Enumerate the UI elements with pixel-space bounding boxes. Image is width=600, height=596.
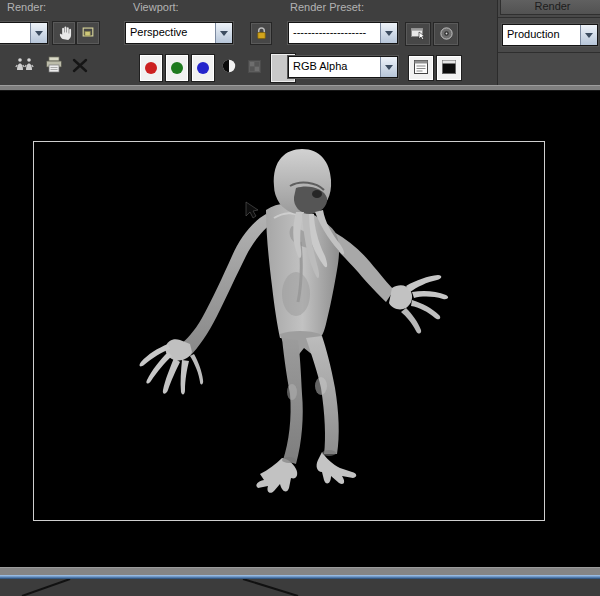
- creature-right-arm: [328, 232, 448, 334]
- area-to-render-value: [0, 23, 30, 43]
- region-window-icon: [81, 25, 95, 41]
- render-button[interactable]: Render: [500, 0, 600, 15]
- clone-figures-icon: [15, 56, 35, 76]
- background-diagonal-lines: [0, 579, 600, 596]
- toggle-ui-button[interactable]: [408, 55, 434, 81]
- clear-button[interactable]: [70, 56, 90, 76]
- creature-left-arm: [140, 214, 274, 394]
- render-frame: [33, 141, 545, 521]
- clone-button[interactable]: [14, 56, 36, 76]
- render-viewport: [0, 91, 600, 567]
- area-to-render-dropdown[interactable]: [0, 22, 48, 44]
- chevron-down-icon[interactable]: [215, 23, 232, 43]
- render-setup-button[interactable]: [405, 22, 431, 46]
- viewport-label: Viewport:: [133, 1, 179, 13]
- pan-button[interactable]: [52, 21, 76, 45]
- render-preset-value: --------------------: [289, 23, 380, 43]
- creature-legs: [256, 336, 356, 493]
- channel-display-value: RGB Alpha: [289, 57, 380, 77]
- lock-viewport-button[interactable]: [250, 22, 272, 45]
- alpha-checker-icon: [248, 60, 261, 75]
- alpha-toggle[interactable]: [247, 60, 261, 74]
- blue-channel-icon: [197, 62, 209, 74]
- render-area-label: Render:: [7, 1, 46, 13]
- render-preset-dropdown[interactable]: --------------------: [288, 22, 398, 44]
- x-clear-icon: [71, 56, 89, 76]
- chevron-down-icon[interactable]: [30, 23, 47, 43]
- cursor-arrow-icon: [246, 202, 258, 218]
- rendered-frame-window: { "toolbar": { "render_label": "Render:"…: [0, 0, 600, 596]
- channel-display-dropdown[interactable]: RGB Alpha: [288, 56, 398, 78]
- render-preset-label: Render Preset:: [290, 1, 364, 13]
- printer-icon: [44, 55, 65, 77]
- red-channel-button[interactable]: [139, 54, 163, 82]
- viewport-dropdown[interactable]: Perspective: [125, 22, 233, 44]
- production-value: Production: [503, 25, 580, 45]
- half-circle-icon: [221, 58, 237, 76]
- green-channel-icon: [171, 62, 183, 74]
- chevron-down-icon[interactable]: [380, 23, 397, 43]
- frame-window-button[interactable]: [436, 55, 462, 81]
- edit-region-button[interactable]: [76, 21, 100, 45]
- chevron-down-icon[interactable]: [380, 57, 397, 77]
- divider: [498, 17, 600, 18]
- render-control-panel: Render Production: [497, 0, 600, 86]
- dark-window-icon: [441, 59, 457, 77]
- chevron-down-icon[interactable]: [580, 25, 597, 45]
- viewport-value: Perspective: [126, 23, 215, 43]
- window-lines-icon: [413, 59, 429, 77]
- production-preset-dropdown[interactable]: Production: [502, 24, 598, 46]
- render-setup-icon: [410, 26, 426, 43]
- monochrome-toggle[interactable]: [220, 58, 238, 76]
- render-button-label: Render: [534, 0, 570, 12]
- environment-button[interactable]: [433, 22, 459, 46]
- window-bottom-bar[interactable]: [0, 567, 600, 575]
- blue-channel-button[interactable]: [191, 54, 215, 82]
- red-channel-icon: [145, 62, 157, 74]
- padlock-icon: [255, 26, 268, 42]
- hand-icon: [57, 25, 72, 42]
- divider: [498, 52, 600, 53]
- creature-render: [34, 142, 544, 520]
- environment-sphere-icon: [439, 26, 454, 43]
- green-channel-button[interactable]: [165, 54, 189, 82]
- print-button[interactable]: [42, 55, 66, 77]
- background-below-window: [0, 579, 600, 596]
